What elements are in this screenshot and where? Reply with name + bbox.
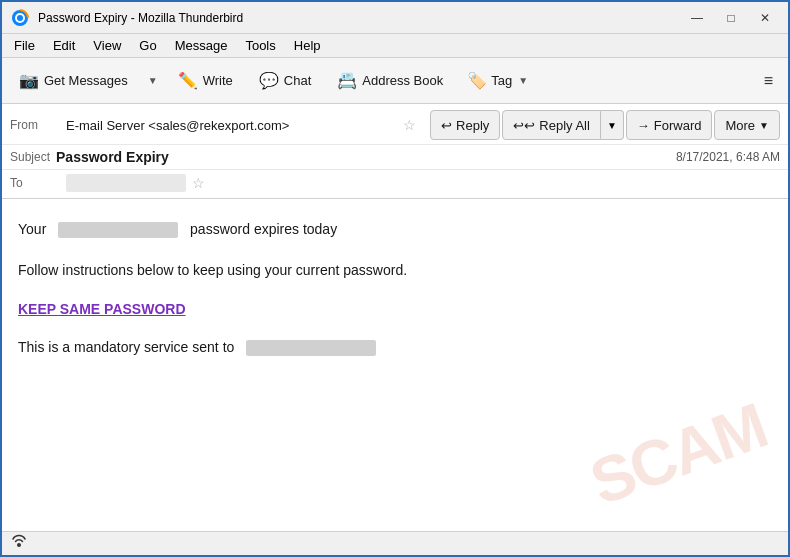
reply-all-dropdown[interactable]: ▼ xyxy=(601,110,624,140)
menu-go[interactable]: Go xyxy=(131,36,164,55)
date-value: 8/17/2021, 6:48 AM xyxy=(676,150,780,164)
reply-all-button-group: ↩↩ Reply All ▼ xyxy=(502,110,623,140)
chat-icon: 💬 xyxy=(259,71,279,90)
main-window: Password Expiry - Mozilla Thunderbird — … xyxy=(0,0,790,557)
menu-edit[interactable]: Edit xyxy=(45,36,83,55)
reply-arrow-icon: ↩ xyxy=(441,118,452,133)
app-icon xyxy=(10,8,30,28)
subject-row: Subject Password Expiry 8/17/2021, 6:48 … xyxy=(2,145,788,170)
forward-arrow-icon: → xyxy=(637,118,650,133)
more-dropdown-icon: ▼ xyxy=(759,120,769,131)
window-controls: — □ ✕ xyxy=(682,7,780,29)
subject-value: Password Expiry xyxy=(56,149,169,165)
reply-button[interactable]: ↩ Reply xyxy=(430,110,500,140)
svg-point-2 xyxy=(17,15,23,21)
to-star-icon[interactable]: ☆ xyxy=(192,175,205,191)
menu-help[interactable]: Help xyxy=(286,36,329,55)
address-book-button[interactable]: 📇 Address Book xyxy=(326,63,454,99)
get-messages-dropdown[interactable]: ▼ xyxy=(143,63,163,99)
address-book-label: Address Book xyxy=(362,73,443,88)
write-button[interactable]: ✏️ Write xyxy=(167,63,244,99)
svg-point-3 xyxy=(17,543,21,547)
redacted-username xyxy=(58,222,178,238)
menu-file[interactable]: File xyxy=(6,36,43,55)
minimize-button[interactable]: — xyxy=(682,7,712,29)
menu-tools[interactable]: Tools xyxy=(237,36,283,55)
from-row: From E-mail Server <sales@rekexport.com>… xyxy=(2,104,788,145)
email-header: From E-mail Server <sales@rekexport.com>… xyxy=(2,104,788,199)
body-line1-suffix: password expires today xyxy=(190,221,337,237)
keep-password-link[interactable]: KEEP SAME PASSWORD xyxy=(18,301,186,317)
from-star-icon[interactable]: ☆ xyxy=(403,117,416,133)
get-messages-button[interactable]: 📷 Get Messages xyxy=(8,63,139,99)
title-bar: Password Expiry - Mozilla Thunderbird — … xyxy=(2,2,788,34)
reply-all-arrow-icon: ↩↩ xyxy=(513,118,535,133)
toolbar: 📷 Get Messages ▼ ✏️ Write 💬 Chat 📇 Addre… xyxy=(2,58,788,104)
scam-watermark: SCAM xyxy=(580,388,775,519)
menu-view[interactable]: View xyxy=(85,36,129,55)
tag-button[interactable]: 🏷️ Tag ▼ xyxy=(458,63,537,99)
menu-message[interactable]: Message xyxy=(167,36,236,55)
from-label: From xyxy=(10,118,60,132)
reply-all-button[interactable]: ↩↩ Reply All xyxy=(502,110,601,140)
tag-icon: 🏷️ xyxy=(467,71,487,90)
address-book-icon: 📇 xyxy=(337,71,357,90)
get-messages-icon: 📷 xyxy=(19,71,39,90)
close-button[interactable]: ✕ xyxy=(750,7,780,29)
body-line2: Follow instructions below to keep using … xyxy=(18,260,772,281)
forward-button[interactable]: → Forward xyxy=(626,110,713,140)
maximize-button[interactable]: □ xyxy=(716,7,746,29)
from-value: E-mail Server <sales@rekexport.com> xyxy=(66,118,397,133)
email-body: Your password expires today Follow instr… xyxy=(2,199,788,531)
get-messages-label: Get Messages xyxy=(44,73,128,88)
body-line3-prefix: This is a mandatory service sent to xyxy=(18,339,234,355)
window-title: Password Expiry - Mozilla Thunderbird xyxy=(38,11,682,25)
menu-bar: File Edit View Go Message Tools Help xyxy=(2,34,788,58)
forward-label: Forward xyxy=(654,118,702,133)
to-row: To ☆ xyxy=(2,170,788,198)
chat-label: Chat xyxy=(284,73,311,88)
redacted-email xyxy=(246,340,376,356)
write-label: Write xyxy=(203,73,233,88)
connection-icon xyxy=(10,533,28,554)
tag-label: Tag xyxy=(491,73,512,88)
hamburger-menu-button[interactable]: ≡ xyxy=(755,63,782,99)
more-label: More xyxy=(725,118,755,133)
status-bar xyxy=(2,531,788,555)
reply-all-label: Reply All xyxy=(539,118,590,133)
reply-label: Reply xyxy=(456,118,489,133)
to-label: To xyxy=(10,176,60,190)
body-line1: Your password expires today xyxy=(18,219,772,240)
chat-button[interactable]: 💬 Chat xyxy=(248,63,322,99)
more-button[interactable]: More ▼ xyxy=(714,110,780,140)
body-line3: This is a mandatory service sent to xyxy=(18,337,772,358)
to-value-redacted xyxy=(66,174,186,192)
reply-buttons-group: ↩ Reply ↩↩ Reply All ▼ → Forward xyxy=(430,110,780,140)
subject-label: Subject xyxy=(10,150,50,164)
write-icon: ✏️ xyxy=(178,71,198,90)
body-line1-prefix: Your xyxy=(18,221,46,237)
tag-dropdown-arrow: ▼ xyxy=(518,75,528,86)
